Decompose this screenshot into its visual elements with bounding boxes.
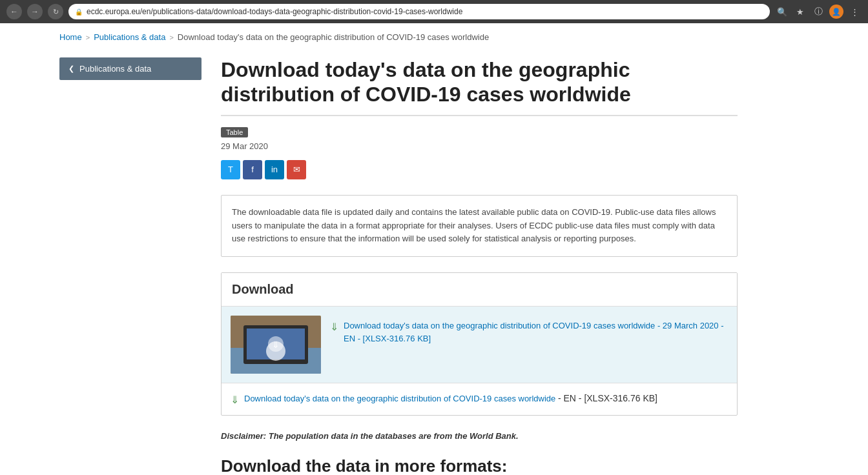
address-bar[interactable]: 🔒 ecdc.europa.eu/en/publications-data/do… <box>68 4 770 19</box>
download-thumbnail: ⇓ <box>231 316 321 374</box>
download-link-container: ⇓ Download today's data on the geographi… <box>330 316 728 345</box>
facebook-icon: f <box>251 165 254 174</box>
email-share-button[interactable]: ✉ <box>287 160 306 179</box>
download-suffix-plain: - EN - [XLSX-316.76 KB] <box>558 393 657 403</box>
bookmark-icon[interactable]: ★ <box>793 5 807 19</box>
sidebar-arrow-icon: ❮ <box>68 65 74 73</box>
twitter-share-button[interactable]: T <box>221 160 240 179</box>
twitter-icon: T <box>228 165 233 174</box>
download-section-title: Download <box>222 273 737 306</box>
help-icon[interactable]: ⓘ <box>811 5 825 19</box>
publish-date: 29 Mar 2020 <box>221 141 738 151</box>
download-icon-highlighted: ⇓ <box>330 321 338 333</box>
sidebar-publications-link[interactable]: ❮ Publications & data <box>59 57 202 80</box>
download-item-highlighted: ⇓ ⇓ Download today's data on the geograp… <box>222 306 737 383</box>
download-section: Download ⇓ <box>221 272 738 416</box>
breadcrumb-home[interactable]: Home <box>59 32 82 42</box>
download-link-highlighted[interactable]: Download today's data on the geographic … <box>344 319 728 345</box>
reload-button[interactable]: ↻ <box>48 4 63 19</box>
svg-text:⇓: ⇓ <box>272 339 280 350</box>
svg-rect-3 <box>247 328 305 359</box>
download-item-plain: ⇓ Download today's data on the geographi… <box>222 383 737 415</box>
breadcrumb-sep-2: > <box>169 34 173 41</box>
main-content: Download today's data on the geographic … <box>221 57 738 475</box>
linkedin-icon: in <box>271 165 278 174</box>
disclaimer-text: Disclaimer: The population data in the d… <box>221 431 519 441</box>
social-icons: T f in ✉ <box>221 160 738 179</box>
search-icon[interactable]: 🔍 <box>775 5 789 19</box>
lock-icon: 🔒 <box>75 8 83 15</box>
breadcrumb: Home > Publications & data > Download to… <box>59 23 809 51</box>
info-box: The downloadable data file is updated da… <box>221 195 738 257</box>
download-link-plain[interactable]: Download today's data on the geographic … <box>244 394 558 403</box>
info-text: The downloadable data file is updated da… <box>232 207 716 244</box>
linkedin-share-button[interactable]: in <box>265 160 284 179</box>
disclaimer: Disclaimer: The population data in the d… <box>221 431 738 441</box>
page-title: Download today's data on the geographic … <box>221 57 738 116</box>
browser-chrome: ← → ↻ 🔒 ecdc.europa.eu/en/publications-d… <box>0 0 868 23</box>
facebook-share-button[interactable]: f <box>243 160 262 179</box>
breadcrumb-publications[interactable]: Publications & data <box>94 32 165 42</box>
breadcrumb-current: Download today's data on the geographic … <box>178 32 489 42</box>
download-icon-plain: ⇓ <box>231 394 239 406</box>
menu-icon[interactable]: ⋮ <box>847 5 862 19</box>
forward-button[interactable]: → <box>27 4 43 19</box>
profile-icon[interactable]: 👤 <box>829 5 843 19</box>
back-button[interactable]: ← <box>6 4 22 19</box>
sidebar: ❮ Publications & data <box>59 57 202 475</box>
url-text: ecdc.europa.eu/en/publications-data/down… <box>87 7 462 16</box>
browser-toolbar: 🔍 ★ ⓘ 👤 ⋮ <box>775 5 862 19</box>
sidebar-link-label: Publications & data <box>79 64 151 74</box>
download-link-plain-container: Download today's data on the geographic … <box>244 392 657 405</box>
tag-badge: Table <box>221 127 248 137</box>
more-formats-title: Download the data in more formats: <box>221 456 738 475</box>
svg-point-4 <box>268 336 284 352</box>
breadcrumb-sep-1: > <box>86 34 90 41</box>
email-icon: ✉ <box>293 165 300 174</box>
